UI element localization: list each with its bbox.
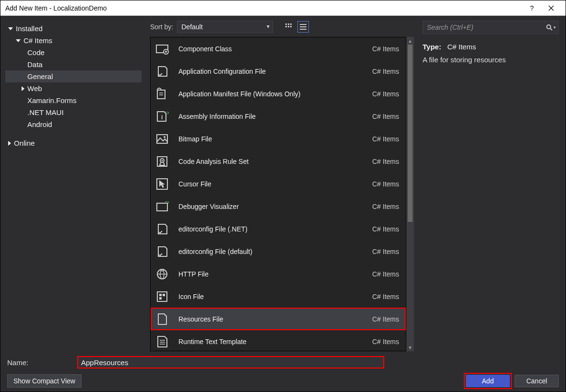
tree-net-maui[interactable]: .NET MAUI [5, 106, 142, 118]
globe-icon [154, 266, 170, 282]
item-category: C# Items [372, 180, 399, 188]
svg-rect-1 [288, 23, 289, 25]
cancel-button[interactable]: Cancel [515, 375, 559, 387]
cursor-icon [154, 176, 170, 192]
svg-rect-5 [290, 26, 292, 27]
item-category: C# Items [372, 293, 399, 300]
svg-rect-27 [157, 292, 167, 301]
item-label: editorconfig File (.NET) [176, 225, 366, 233]
view-grid-button[interactable] [283, 22, 294, 32]
list-item[interactable]: C# Debugger Visualizer C# Items [151, 195, 406, 218]
list-item[interactable]: Runtime Text Template C# Items [151, 330, 406, 351]
detail-description: A file for storing resources [423, 56, 559, 64]
list-item[interactable]: Application Configuration File C# Items [151, 60, 406, 82]
scroll-down-button[interactable]: ▼ [406, 344, 414, 351]
item-category: C# Items [372, 113, 399, 120]
svg-text:C#: C# [165, 111, 169, 115]
scroll-up-button[interactable]: ▲ [406, 37, 414, 45]
image-icon [154, 131, 170, 147]
debugger-icon: C# [154, 199, 170, 214]
item-category: C# Items [372, 315, 399, 323]
item-category: C# Items [372, 45, 399, 53]
list-item[interactable]: C#i Assembly Information File C# Items [151, 105, 406, 127]
caret-down-icon [8, 27, 13, 30]
text-template-icon [154, 334, 170, 349]
svg-point-17 [164, 136, 165, 138]
svg-point-34 [547, 25, 551, 29]
icon-file-icon [154, 289, 170, 304]
close-button[interactable] [542, 0, 561, 16]
list-item[interactable]: Application Manifest File (Windows Only)… [151, 82, 406, 105]
sort-dropdown[interactable]: Default [177, 21, 273, 33]
category-tree: Installed C# Items Code Data General Web… [0, 16, 146, 351]
svg-rect-3 [285, 26, 287, 27]
add-button[interactable]: Add [466, 375, 510, 387]
name-input[interactable] [77, 356, 384, 369]
list-scrollbar[interactable]: ▲ ▼ [406, 37, 414, 351]
tree-installed[interactable]: Installed [5, 23, 142, 35]
item-label: Component Class [176, 45, 366, 53]
item-label: Cursor File [176, 180, 366, 188]
svg-rect-28 [159, 294, 162, 296]
tree-csharp-items[interactable]: C# Items [5, 35, 142, 46]
list-item[interactable]: editorconfig File (default) C# Items [151, 240, 406, 263]
view-list-button[interactable] [298, 22, 308, 32]
tree-online[interactable]: Online [5, 137, 142, 149]
search-icon [546, 24, 553, 31]
item-category: C# Items [372, 225, 399, 233]
caret-down-icon [16, 39, 21, 42]
item-label: Application Configuration File [176, 68, 366, 75]
list-item[interactable]: HTTP File C# Items [151, 263, 406, 285]
tree-data[interactable]: Data [5, 58, 142, 70]
caret-right-icon [8, 141, 11, 146]
svg-rect-16 [157, 135, 167, 143]
item-label: editorconfig File (default) [176, 248, 366, 255]
list-item[interactable]: Cursor File C# Items [151, 173, 406, 195]
bottom-bar: Name: Show Compact View Add Cancel [0, 351, 566, 392]
search-box[interactable]: ▾ [423, 21, 559, 34]
list-item[interactable]: Icon File C# Items [151, 285, 406, 308]
svg-text:C#: C# [165, 200, 169, 205]
titlebar: Add New Item - LocalizationDemo ? [0, 0, 566, 16]
tree-xamarin-forms[interactable]: Xamarin.Forms [5, 94, 142, 106]
sortby-label: Sort by: [150, 23, 173, 31]
svg-rect-29 [163, 294, 165, 296]
item-label: Application Manifest File (Windows Only) [176, 90, 366, 98]
ruleset-icon [154, 154, 170, 169]
svg-line-35 [550, 28, 552, 30]
list-item[interactable]: editorconfig File (.NET) C# Items [151, 218, 406, 240]
caret-right-icon [22, 86, 24, 91]
svg-point-20 [162, 160, 163, 161]
svg-rect-30 [159, 297, 162, 300]
help-button[interactable]: ? [522, 0, 542, 16]
list-item[interactable]: Bitmap File C# Items [151, 127, 406, 150]
scroll-thumb[interactable] [408, 45, 413, 222]
item-category: C# Items [372, 338, 399, 346]
tree-android[interactable]: Android [5, 118, 142, 130]
wrench-file-icon [154, 244, 170, 259]
item-category: C# Items [372, 203, 399, 210]
tree-code[interactable]: Code [5, 46, 142, 58]
svg-text:i: i [161, 114, 163, 121]
svg-rect-0 [285, 23, 287, 25]
item-label: Assembly Information File [176, 113, 366, 120]
detail-type-row: Type: C# Items [423, 43, 559, 51]
info-file-icon: C#i [154, 109, 170, 124]
tree-general[interactable]: General [5, 70, 142, 82]
item-label: Bitmap File [176, 135, 366, 143]
list-item[interactable]: Component Class C# Items [151, 37, 406, 60]
search-input[interactable] [423, 23, 543, 31]
detail-type-label: Type: [423, 43, 441, 51]
list-item-selected[interactable]: Resources File C# Items [151, 308, 406, 330]
search-button[interactable]: ▾ [543, 21, 558, 34]
detail-type-value: C# Items [447, 43, 476, 51]
item-category: C# Items [372, 270, 399, 278]
chevron-down-icon: ▾ [554, 25, 556, 30]
item-category: C# Items [372, 158, 399, 165]
list-item[interactable]: Code Analysis Rule Set C# Items [151, 150, 406, 173]
tree-web[interactable]: Web [5, 82, 142, 94]
compact-view-button[interactable]: Show Compact View [7, 374, 82, 388]
item-label: HTTP File [176, 270, 366, 278]
wrench-file-icon [154, 64, 170, 79]
item-category: C# Items [372, 68, 399, 75]
